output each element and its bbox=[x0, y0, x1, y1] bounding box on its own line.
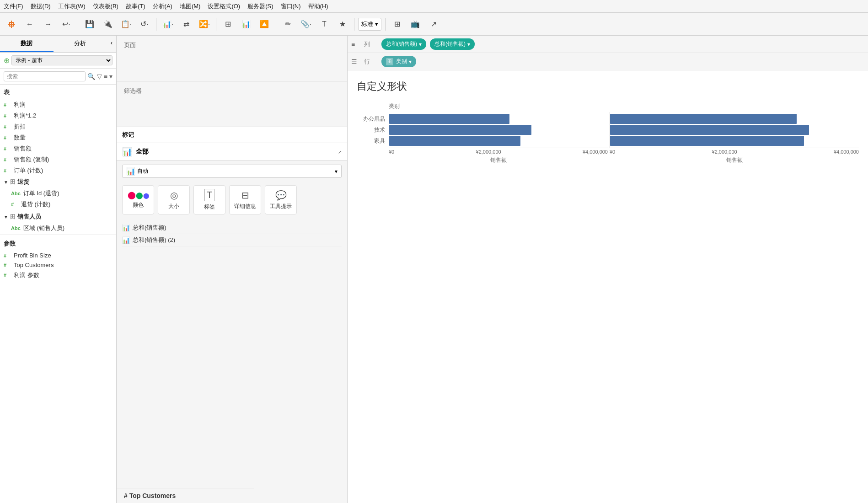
filter-icon[interactable]: ▽ bbox=[97, 73, 102, 80]
marks-card-tooltip[interactable]: 💬 工具提示 bbox=[265, 185, 297, 214]
search-icon[interactable]: 🔍 bbox=[87, 73, 95, 80]
category-header-label: 类别 bbox=[389, 102, 400, 110]
fit-btn[interactable]: ⊞ bbox=[389, 16, 405, 32]
hierarchy-btn[interactable]: 🔼 bbox=[257, 16, 272, 32]
search-input[interactable] bbox=[4, 71, 86, 81]
right-x-labels: ¥0 ¥2,000,000 ¥4,000,000 bbox=[610, 148, 859, 155]
pages-label: 页面 bbox=[124, 41, 340, 49]
marks-field-sales2[interactable]: 📊 总和(销售额) (2) bbox=[122, 234, 342, 246]
search-bar: 🔍 ▽ ≡ ▾ bbox=[0, 69, 116, 85]
returns-group-header[interactable]: ▼ 田 退货 bbox=[0, 176, 116, 188]
view-dropdown[interactable]: 标准 ▾ bbox=[358, 18, 381, 31]
field-icon-dimension: Abc bbox=[11, 191, 21, 196]
marks-all-row[interactable]: 📊 全部 ↗ bbox=[117, 143, 347, 161]
field-returns-count[interactable]: # 退货 (计数) bbox=[0, 199, 116, 210]
data-source-dropdown[interactable]: 示例 - 超市 bbox=[11, 55, 113, 65]
view-icon[interactable]: ≡ bbox=[104, 73, 107, 80]
menu-format[interactable]: 设置格式(O) bbox=[208, 2, 240, 11]
svg-rect-5 bbox=[9, 26, 14, 27]
sort-btn[interactable]: 🔀· bbox=[197, 16, 212, 32]
marks-card-label[interactable]: T 标签 bbox=[193, 185, 225, 214]
sidebar: 数据 分析 ‹ ⊕ 示例 - 超市 🔍 ▽ ≡ ▾ 表 # 利润 bbox=[0, 36, 117, 503]
params-title: 参数 bbox=[0, 237, 116, 251]
label-btn[interactable]: 📊 bbox=[238, 16, 254, 32]
row-pill-1[interactable]: 田 类别 ▾ bbox=[381, 56, 416, 67]
bar-row-1 bbox=[389, 114, 608, 124]
refresh-btn[interactable]: ↺· bbox=[137, 16, 152, 32]
menu-data[interactable]: 数据(D) bbox=[31, 2, 51, 11]
marks-type-label: 自动 bbox=[137, 167, 333, 175]
menu-map[interactable]: 地图(M) bbox=[180, 2, 201, 11]
field-quantity[interactable]: # 数量 bbox=[0, 132, 116, 143]
pin-btn[interactable]: 📎· bbox=[298, 16, 314, 32]
marks-field-sales1[interactable]: 📊 总和(销售额) bbox=[122, 222, 342, 234]
field-order-count[interactable]: # 订单 (计数) bbox=[0, 165, 116, 176]
bar-fill-1 bbox=[389, 114, 509, 124]
salesperson-group-header[interactable]: ▼ 田 销售人员 bbox=[0, 211, 116, 223]
col-pill-1[interactable]: 总和(销售额) ▾ bbox=[381, 38, 426, 50]
field-profit[interactable]: # 利润 bbox=[0, 99, 116, 110]
tab-data[interactable]: 数据 bbox=[0, 36, 54, 52]
sidebar-collapse-btn[interactable]: ‹ bbox=[107, 36, 116, 52]
menu-help[interactable]: 帮助(H) bbox=[308, 2, 328, 11]
bar-icon-1: 📊 bbox=[122, 224, 130, 231]
menu-file[interactable]: 文件(F) bbox=[4, 2, 23, 11]
menu-server[interactable]: 服务器(S) bbox=[247, 2, 273, 11]
right-axis-title: 销售额 bbox=[608, 156, 859, 164]
field-icon-dimension: Abc bbox=[11, 225, 21, 231]
menu-story[interactable]: 故事(T) bbox=[126, 2, 145, 11]
share-btn[interactable]: ↗ bbox=[426, 16, 441, 32]
menu-analysis[interactable]: 分析(A) bbox=[153, 2, 172, 11]
columns-icon: ≡ bbox=[351, 41, 360, 48]
text-btn[interactable]: T bbox=[316, 16, 332, 32]
menu-worksheet[interactable]: 工作表(W) bbox=[58, 2, 86, 11]
marks-type-dropdown[interactable]: 📊 自动 ▾ bbox=[122, 165, 342, 178]
star-btn[interactable]: ★ bbox=[335, 16, 350, 32]
marks-card-label-label: 标签 bbox=[204, 203, 215, 211]
col-pill-2-label: 总和(销售额) bbox=[434, 40, 466, 48]
bar-fill-2 bbox=[389, 125, 531, 135]
view-toggle-icon[interactable]: ▾ bbox=[109, 73, 113, 80]
field-label: 利润 参数 bbox=[14, 271, 39, 279]
menu-dashboard[interactable]: 仪表板(B) bbox=[93, 2, 118, 11]
present-btn[interactable]: 📺 bbox=[407, 16, 423, 32]
x-label-1: ¥2,000,000 bbox=[476, 149, 501, 155]
tableau-logo-btn[interactable] bbox=[4, 16, 19, 32]
tab-analysis[interactable]: 分析 bbox=[54, 36, 107, 52]
field-label: 退货 (计数) bbox=[21, 200, 50, 209]
marks-card-color[interactable]: ⬤⬤⬤ 颜色 bbox=[122, 185, 154, 214]
pen-btn[interactable]: ✏ bbox=[280, 16, 295, 32]
salesperson-group: ▼ 田 销售人员 Abc 区域 (销售人员) bbox=[0, 211, 116, 234]
save-btn[interactable]: 💾 bbox=[82, 16, 97, 32]
table-section-title: 表 bbox=[0, 86, 116, 99]
field-label: 利润 bbox=[14, 101, 26, 109]
field-region[interactable]: Abc 区域 (销售人员) bbox=[0, 223, 116, 234]
sep3 bbox=[216, 18, 216, 31]
filters-label: 筛选器 bbox=[124, 87, 340, 95]
left-chart-inner: 办公用品 技术 家具 bbox=[357, 112, 608, 148]
field-order-id-returns[interactable]: Abc 订单 Id (退货) bbox=[0, 188, 116, 199]
field-icon-measure: # bbox=[4, 113, 11, 118]
forward-btn[interactable]: → bbox=[40, 16, 56, 32]
col-pill-2[interactable]: 总和(销售额) ▾ bbox=[430, 38, 475, 50]
param-profit-bin[interactable]: # Profit Bin Size bbox=[0, 251, 116, 260]
back-btn[interactable]: ← bbox=[22, 16, 38, 32]
param-top-customers[interactable]: # Top Customers bbox=[0, 260, 116, 270]
field-profit-12[interactable]: # 利润*1.2 bbox=[0, 110, 116, 121]
field-sales[interactable]: # 销售额 bbox=[0, 143, 116, 154]
redo-btn[interactable]: ↩· bbox=[59, 16, 74, 32]
new-datasource-btn[interactable]: 📋· bbox=[118, 16, 134, 32]
marks-card-size[interactable]: ◎ 大小 bbox=[158, 185, 190, 214]
param-profit[interactable]: # 利润 参数 bbox=[0, 270, 116, 281]
add-datasource-btn[interactable]: 🔌 bbox=[100, 16, 116, 32]
field-sales-copy[interactable]: # 销售额 (复制) bbox=[0, 154, 116, 165]
chart-type-btn[interactable]: 📊· bbox=[160, 16, 176, 32]
marks-card-detail[interactable]: ⊟ 详细信息 bbox=[229, 185, 261, 214]
swap-btn[interactable]: ⇄ bbox=[178, 16, 194, 32]
field-discount[interactable]: # 折扣 bbox=[0, 121, 116, 132]
sep2 bbox=[156, 18, 156, 31]
x-label-2: ¥4,000,000 bbox=[583, 149, 608, 155]
charts-container: 办公用品 技术 家具 bbox=[357, 112, 859, 164]
menu-window[interactable]: 窗口(N) bbox=[281, 2, 301, 11]
group-btn[interactable]: ⊞ bbox=[220, 16, 236, 32]
